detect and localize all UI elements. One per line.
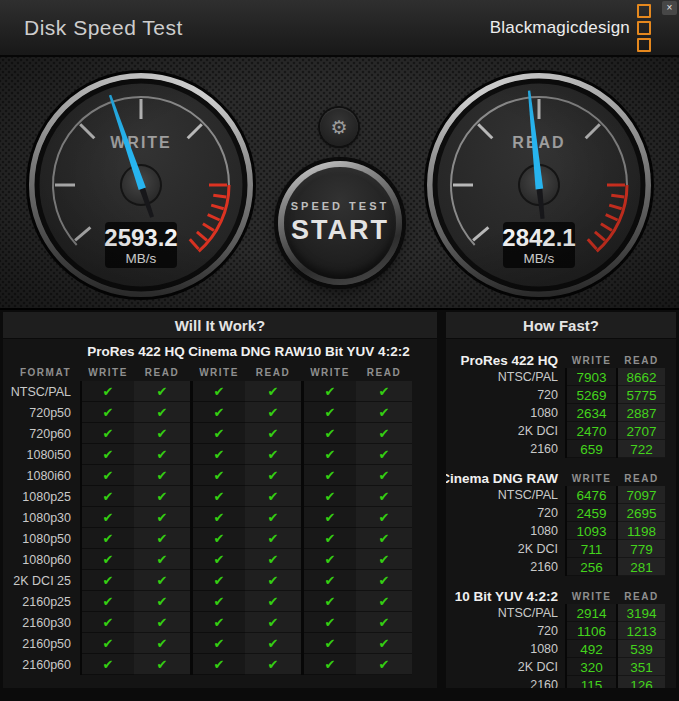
- check-icon: ✔: [356, 381, 412, 402]
- check-icon: ✔: [134, 570, 190, 591]
- check-icon: ✔: [356, 486, 412, 507]
- write-gauge: WRITE 2593.2 MB/s: [25, 69, 257, 301]
- codec-column-header: Cinema DNG RAW: [193, 339, 301, 363]
- read-speed-cell: 1198: [618, 522, 665, 540]
- how-fast-panel: How Fast? ProRes 422 HQWRITEREADNTSC/PAL…: [446, 312, 676, 688]
- check-icon: ✔: [245, 465, 301, 486]
- will-it-work-grid: ProRes 422 HQCinema DNG RAW10 Bit YUV 4:…: [3, 339, 437, 688]
- write-speed-cell: 320: [567, 658, 616, 676]
- check-icon: ✔: [82, 549, 134, 570]
- check-icon: ✔: [82, 633, 134, 654]
- write-speed-unit: MB/s: [126, 251, 157, 266]
- write-speed-cell: 492: [567, 640, 616, 658]
- close-window-icon[interactable]: ×: [662, 1, 677, 15]
- check-icon: ✔: [245, 444, 301, 465]
- check-icon: ✔: [245, 654, 301, 675]
- check-icon: ✔: [304, 549, 356, 570]
- read-speed-cell: 779: [618, 540, 665, 558]
- check-icon: ✔: [356, 612, 412, 633]
- write-column-header: WRITE: [567, 588, 616, 604]
- check-icon: ✔: [193, 570, 245, 591]
- codec-column-header: ProRes 422 HQ: [82, 339, 190, 363]
- check-icon: ✔: [134, 507, 190, 528]
- format-row-label: 1080: [446, 640, 565, 658]
- format-row-label: 2K DCI: [446, 658, 565, 676]
- check-icon: ✔: [134, 423, 190, 444]
- check-icon: ✔: [356, 633, 412, 654]
- write-speed-cell: 659: [567, 440, 616, 458]
- check-icon: ✔: [304, 465, 356, 486]
- format-row-label: 2160p30: [3, 612, 80, 633]
- check-icon: ✔: [245, 612, 301, 633]
- check-icon: ✔: [245, 591, 301, 612]
- format-row-label: 1080i50: [3, 444, 80, 465]
- check-icon: ✔: [356, 444, 412, 465]
- read-speed-cell: 7097: [618, 486, 665, 504]
- gauge-title: WRITE: [110, 134, 172, 151]
- check-icon: ✔: [82, 423, 134, 444]
- check-icon: ✔: [356, 528, 412, 549]
- write-column-header: WRITE: [567, 352, 616, 368]
- check-icon: ✔: [134, 465, 190, 486]
- check-icon: ✔: [304, 507, 356, 528]
- check-icon: ✔: [193, 423, 245, 444]
- check-icon: ✔: [82, 465, 134, 486]
- check-icon: ✔: [82, 507, 134, 528]
- check-icon: ✔: [134, 381, 190, 402]
- write-speed-cell: 1106: [567, 622, 616, 640]
- check-icon: ✔: [82, 486, 134, 507]
- start-button-label: START: [291, 215, 389, 246]
- check-icon: ✔: [304, 612, 356, 633]
- format-row-label: 1080p25: [3, 486, 80, 507]
- check-icon: ✔: [82, 570, 134, 591]
- write-speed-cell: 1093: [567, 522, 616, 540]
- start-button[interactable]: SPEED TEST START: [278, 161, 402, 285]
- write-read-column-header: READ: [245, 363, 301, 381]
- format-row-label: 2160: [446, 440, 565, 458]
- check-icon: ✔: [356, 591, 412, 612]
- title-bar: Disk Speed Test Blackmagicdesign ×: [0, 0, 679, 57]
- format-row-label: 720p60: [3, 423, 80, 444]
- brand-squares-icon: [637, 4, 651, 52]
- check-icon: ✔: [134, 402, 190, 423]
- read-speed-cell: 722: [618, 440, 665, 458]
- check-icon: ✔: [245, 528, 301, 549]
- write-read-column-header: READ: [356, 363, 412, 381]
- write-read-column-header: WRITE: [193, 363, 245, 381]
- check-icon: ✔: [134, 444, 190, 465]
- format-row-label: 2160: [446, 676, 565, 688]
- check-icon: ✔: [193, 654, 245, 675]
- read-speed-unit: MB/s: [524, 251, 555, 266]
- gear-icon: ⚙: [330, 116, 347, 139]
- check-icon: ✔: [134, 486, 190, 507]
- check-icon: ✔: [193, 633, 245, 654]
- check-icon: ✔: [304, 570, 356, 591]
- write-speed-cell: 2459: [567, 504, 616, 522]
- check-icon: ✔: [304, 486, 356, 507]
- settings-button[interactable]: ⚙: [320, 108, 358, 146]
- check-icon: ✔: [304, 444, 356, 465]
- write-column-header: WRITE: [567, 470, 616, 486]
- how-fast-section: Cinema DNG RAWWRITEREADNTSC/PAL647670977…: [446, 470, 676, 576]
- check-icon: ✔: [356, 654, 412, 675]
- check-icon: ✔: [134, 591, 190, 612]
- check-icon: ✔: [356, 423, 412, 444]
- write-speed-cell: 7903: [567, 368, 616, 386]
- check-icon: ✔: [82, 381, 134, 402]
- codec-column-header: 10 Bit YUV 4:2:2: [304, 339, 412, 363]
- read-column-header: READ: [618, 352, 665, 368]
- check-icon: ✔: [134, 612, 190, 633]
- brand-square-icon: [637, 4, 651, 18]
- write-speed-cell: 2914: [567, 604, 616, 622]
- gauge-title: READ: [512, 134, 565, 151]
- check-icon: ✔: [245, 549, 301, 570]
- check-icon: ✔: [193, 402, 245, 423]
- write-read-column-header: READ: [134, 363, 190, 381]
- check-icon: ✔: [193, 465, 245, 486]
- check-icon: ✔: [82, 591, 134, 612]
- check-icon: ✔: [82, 654, 134, 675]
- format-row-label: 2K DCI: [446, 540, 565, 558]
- page-title: Disk Speed Test: [24, 0, 183, 55]
- format-row-label: 720: [446, 386, 565, 404]
- check-icon: ✔: [193, 444, 245, 465]
